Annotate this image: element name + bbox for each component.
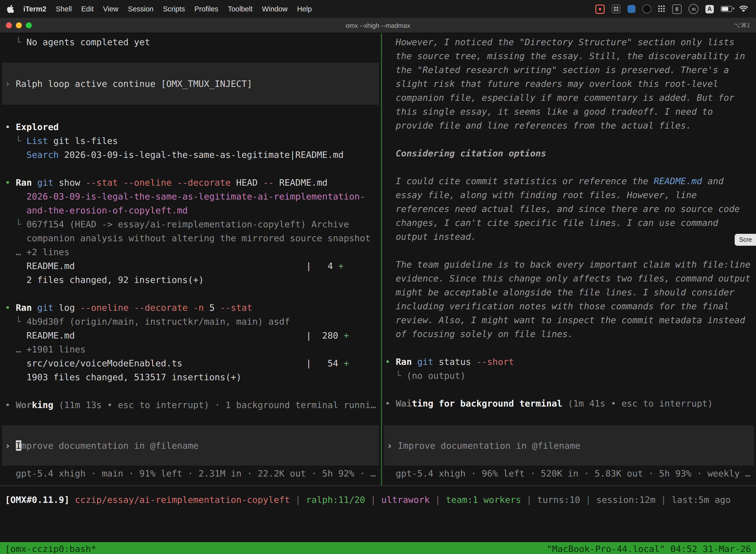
text-segment: └	[5, 316, 26, 327]
close-window-button[interactable]	[6, 22, 12, 28]
text-segment: references need actual files, and since …	[385, 204, 740, 214]
tmux-status-bar: [omx-cczip0:bash* "MacBook-Pro-44.local"…	[0, 542, 756, 554]
terminal-line: However, I noticed the "Directory Struct…	[385, 35, 756, 49]
text-segment: ›	[387, 440, 397, 450]
terminal-line: 2026-03-09-is-legal-the-same-as-legitima…	[5, 189, 381, 204]
apple-menu-icon[interactable]	[7, 5, 14, 13]
text-segment: HEAD	[236, 177, 263, 188]
terminal-line: provide file and line references from th…	[385, 119, 756, 132]
prompt-input-right[interactable]: › Improve documentation in @filename	[384, 426, 754, 466]
menu-item-session[interactable]: Session	[128, 5, 153, 13]
terminal-line: references need actual files, and since …	[385, 202, 756, 216]
text-segment: •	[385, 356, 396, 367]
text-segment: Ran	[16, 302, 37, 313]
window-title: omx --xhigh --madmax	[0, 21, 756, 29]
battery-gauge-icon[interactable]: .61	[689, 4, 698, 14]
terminal-line: [OMX#0.11.9] cczip/essay/ai-reimplementa…	[5, 493, 756, 507]
window-grid-icon[interactable]	[612, 4, 621, 13]
terminal-line: slight risk that future readers may over…	[385, 77, 756, 91]
terminal-line: Search 2026-03-09-is-legal-the-same-as-l…	[5, 148, 381, 162]
text-segment: [OMX_TMUX_INJECT]	[161, 78, 252, 89]
dots-grid-icon[interactable]	[658, 5, 665, 12]
text-segment: (11m 13s • esc to interrupt) · 1 backgro…	[53, 400, 376, 410]
right-pane[interactable]: However, I noticed the "Directory Struct…	[382, 33, 756, 486]
text-segment: and	[702, 176, 724, 186]
menu-item-help[interactable]: Help	[297, 5, 312, 13]
terminal-line: The team guideline is to back every impo…	[385, 258, 756, 272]
menu-item-scripts[interactable]: Scripts	[163, 5, 185, 13]
text-segment: the "Related research writing" section i…	[385, 64, 729, 75]
text-segment: |	[430, 494, 446, 505]
input-source-icon[interactable]: A	[705, 5, 714, 13]
text-segment: … +2 lines	[5, 247, 69, 257]
terminal-line: might be acceptable alongside the file l…	[385, 285, 756, 299]
text-segment: companion analysis without altering the …	[5, 233, 371, 243]
terminal-line	[385, 383, 756, 397]
terminal-line: changes, I can't cite specific file line…	[385, 216, 756, 230]
text-segment: |	[655, 494, 672, 505]
terminal-line: I could cite commit statistics or refere…	[385, 174, 756, 188]
text-segment: I could cite commit statistics or refere…	[385, 176, 654, 186]
menu-item-iterm2[interactable]: iTerm2	[23, 5, 46, 13]
text-segment: |	[290, 494, 306, 505]
text-segment: gpt-5.4 xhigh · main · 91% left · 2.31M …	[5, 468, 376, 479]
ralph-loop-text: › Ralph loop active continue [OMX_TMUX_I…	[2, 77, 379, 91]
terminal-line: of focusing solely on file lines.	[385, 327, 756, 341]
text-segment: of focusing solely on file lines.	[385, 329, 573, 339]
wifi-icon[interactable]	[739, 5, 748, 12]
text-segment: and-the-erosion-of-copyleft.md	[5, 205, 188, 215]
menu-item-view[interactable]: View	[103, 5, 118, 13]
text-segment: 067f154 (HEAD -> essay/ai-reimplementati…	[26, 219, 349, 229]
text-segment: show	[59, 177, 85, 188]
terminal-line: Considering citation options	[385, 147, 756, 160]
agent-transcript-right: However, I noticed the "Directory Struct…	[382, 33, 756, 410]
screen-recording-icon[interactable]	[595, 4, 605, 14]
key-badge-icon[interactable]: 8	[672, 4, 682, 14]
terminal-line: including verification notes with those …	[385, 299, 756, 313]
blue-app-icon[interactable]	[628, 5, 635, 13]
terminal-line: review. Also, I might want to inspect th…	[385, 313, 756, 327]
text-segment: log	[59, 302, 80, 313]
menu-item-edit[interactable]: Edit	[81, 5, 93, 13]
text-segment: including verification notes with those …	[385, 301, 729, 311]
minimize-window-button[interactable]	[16, 22, 22, 28]
text-segment: gpt-5.4 xhigh · 96% left · 520K in · 5.8…	[385, 468, 751, 479]
text-segment: provide file and line references from th…	[385, 120, 691, 130]
menu-item-window[interactable]: Window	[262, 5, 288, 13]
text-segment: --short	[477, 356, 514, 367]
text-segment: +	[343, 358, 349, 368]
text-segment: └	[5, 135, 26, 146]
terminal-line: gpt-5.4 xhigh · main · 91% left · 2.31M …	[5, 466, 381, 481]
menu-item-profiles[interactable]: Profiles	[194, 5, 218, 13]
screen: iTerm2 Shell Edit View Session Scripts P…	[0, 0, 756, 554]
terminal-line: └ (no output)	[385, 369, 756, 383]
text-segment: evidence. Since this change only affects…	[385, 273, 751, 283]
left-pane[interactable]: └ No agents completed yet › Ralph loop a…	[0, 33, 382, 486]
text-segment: Ran	[396, 356, 417, 367]
text-segment: status	[439, 356, 477, 367]
dark-app-icon[interactable]	[642, 4, 651, 13]
terminal-line: 2 files changed, 92 insertions(+)	[5, 273, 381, 287]
text-segment: 4b9d30f (origin/main, instructkr/main, m…	[26, 316, 290, 327]
tmux-session-window[interactable]: [omx-cczip0:bash*	[5, 542, 96, 554]
text-segment: --	[263, 177, 279, 188]
prompt-input-left[interactable]: › Improve documentation in @filename	[2, 426, 379, 466]
text-segment: (1m 41s • esc to interrupt)	[562, 398, 713, 408]
screen-overlay-tab[interactable]: Scre	[735, 234, 756, 246]
text-segment: the source tree, missing the essay. Stil…	[385, 51, 745, 61]
menu-item-shell[interactable]: Shell	[56, 5, 72, 13]
text-segment: (no output)	[406, 370, 465, 381]
text-segment: README.md | 280	[5, 330, 343, 340]
text-segment: --stat --oneline --decorate	[85, 177, 236, 188]
agent-intro-lines: └ No agents completed yet	[0, 33, 381, 49]
text-segment: └	[385, 370, 406, 381]
menu-item-toolbelt[interactable]: Toolbelt	[228, 5, 252, 13]
terminal-line	[5, 287, 381, 301]
terminal-line: › Improve documentation in @filename	[387, 439, 754, 452]
text-segment: +	[338, 261, 344, 271]
text-segment: src/voice/voiceModeEnabled.ts | 54	[5, 358, 343, 368]
battery-icon[interactable]	[721, 6, 732, 12]
zoom-window-button[interactable]	[26, 22, 32, 28]
omx-status-bar: [OMX#0.11.9] cczip/essay/ai-reimplementa…	[0, 486, 756, 542]
terminal-line: └ No agents completed yet	[5, 35, 381, 49]
